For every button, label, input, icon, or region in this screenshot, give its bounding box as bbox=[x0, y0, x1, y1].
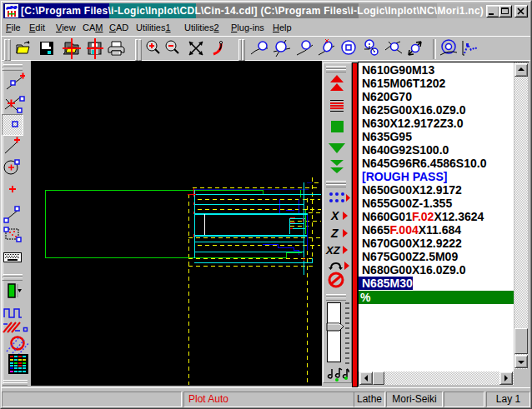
svg-text:X: X bbox=[330, 209, 340, 222]
svg-text:Z: Z bbox=[330, 227, 339, 240]
svg-text:XZ: XZ bbox=[325, 244, 341, 257]
